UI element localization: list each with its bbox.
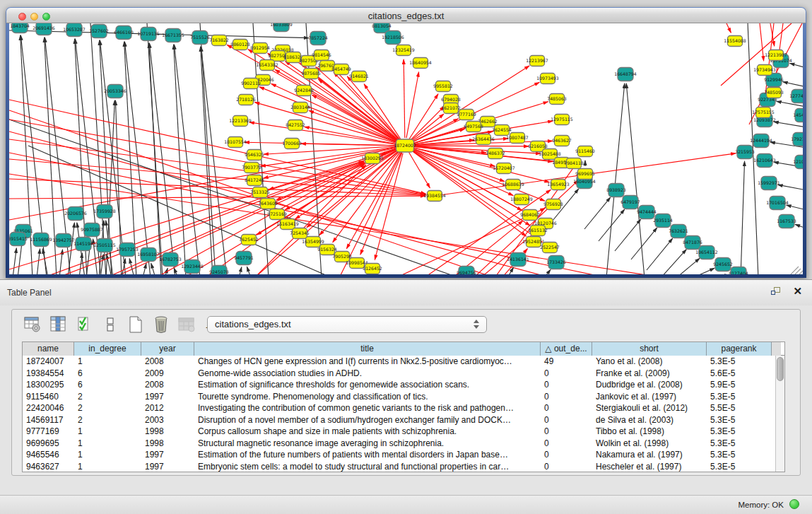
float-panel-icon[interactable] [771, 287, 782, 297]
table-row[interactable]: 1938455462009Genome-wide association stu… [23, 368, 775, 380]
network-canvas[interactable]: 1843704206914361065328715276026466160107… [9, 23, 803, 274]
graph-edge[interactable] [124, 42, 136, 274]
graph-edge[interactable] [37, 249, 40, 274]
graph-edge[interactable] [626, 83, 645, 274]
graph-edge[interactable] [790, 63, 803, 68]
table-cell[interactable]: 1 [74, 461, 141, 472]
table-cell[interactable]: de Silva et al. (2003) [592, 414, 707, 426]
delete-table-icon[interactable] [152, 315, 170, 334]
graph-edge[interactable] [174, 45, 186, 274]
table-vertical-scrollbar[interactable] [775, 356, 784, 472]
graph-edge[interactable] [741, 161, 745, 274]
table-cell[interactable]: 2008 [141, 379, 194, 391]
column-header-outde[interactable]: △ out_de... [541, 342, 592, 356]
table-cell[interactable]: Jankovic et al. (1997) [592, 391, 707, 403]
table-cell[interactable]: 49 [541, 356, 592, 368]
table-cell[interactable]: 1997 [141, 449, 194, 461]
table-cell[interactable]: Embryonic stem cells: a model to study s… [194, 461, 541, 472]
memory-ok-indicator[interactable] [789, 499, 799, 509]
close-panel-icon[interactable]: ✕ [793, 285, 802, 298]
table-cell[interactable]: Stergiakouli et al. (2012) [592, 402, 707, 414]
table-settings-icon[interactable] [23, 315, 42, 334]
graph-edge[interactable] [239, 267, 242, 274]
column-settings-icon[interactable] [49, 315, 67, 334]
table-cell[interactable]: Yano et al. (2008) [592, 356, 707, 368]
table-cell[interactable]: 19384554 [23, 368, 74, 380]
graph-edge[interactable] [615, 219, 641, 251]
table-cell[interactable]: Structural magnetic resonance image aver… [194, 438, 541, 450]
table-cell[interactable]: Tibbo et al. (1998) [592, 426, 707, 438]
table-panel-header[interactable]: Table Panel ✕ [0, 280, 812, 305]
table-row[interactable]: 1872400712008Changes of HCN gene express… [23, 356, 775, 368]
column-header-title[interactable]: title [194, 342, 541, 356]
graph-line[interactable] [184, 146, 405, 274]
graph-edge[interactable] [631, 228, 657, 259]
scrollbar-thumb[interactable] [777, 357, 784, 381]
graph-edge[interactable] [301, 144, 397, 146]
table-cell[interactable]: Franke et al. (2009) [592, 368, 707, 380]
table-cell[interactable]: 1 [74, 449, 141, 461]
table-cell[interactable]: Estimation of significance thresholds fo… [194, 379, 541, 391]
table-row[interactable]: 946362711997Embryonic stem cells: a mode… [23, 461, 775, 472]
graph-edge[interactable] [411, 114, 444, 141]
graph-edge[interactable] [413, 146, 529, 146]
graph-edge[interactable] [795, 224, 803, 228]
table-cell[interactable]: Changes of HCN gene expression and I(f) … [194, 356, 541, 368]
table-row[interactable]: 969969511998Structural magnetic resonanc… [23, 438, 775, 450]
graph-edge[interactable] [778, 185, 803, 190]
table-cell[interactable]: 5.3E-5 [707, 391, 772, 403]
graph-edge[interactable] [606, 83, 625, 274]
table-cell[interactable]: Corpus callosum shape and size in male p… [194, 426, 541, 438]
column-header-name[interactable]: name [23, 342, 74, 356]
graph-edge[interactable] [404, 59, 405, 138]
table-header-row[interactable]: namein_degreeyeartitle△ out_de...shortpa… [23, 342, 784, 356]
table-cell[interactable]: 0 [541, 414, 592, 426]
table-cell[interactable]: 2 [74, 414, 141, 426]
table-cell[interactable]: 1998 [141, 438, 194, 450]
graph-edge[interactable] [544, 269, 551, 274]
table-cell[interactable]: 18300295 [23, 379, 74, 391]
graph-edge[interactable] [201, 47, 213, 274]
table-cell[interactable]: Disruption of a novel member of a sodium… [194, 414, 541, 426]
table-cell[interactable]: 2 [74, 402, 141, 414]
table-cell[interactable]: Investigating the contribution of common… [194, 402, 541, 414]
table-row[interactable]: 1830029562008Estimation of significance … [23, 379, 775, 391]
new-table-icon[interactable] [126, 315, 145, 334]
table-cell[interactable]: 1 [74, 438, 141, 450]
table-cell[interactable]: 2009 [141, 368, 194, 380]
graph-edge[interactable] [599, 209, 625, 241]
table-cell[interactable]: 5.9E-5 [707, 379, 772, 391]
table-cell[interactable]: 1998 [141, 426, 194, 438]
table-cell[interactable]: 0 [541, 379, 592, 391]
table-cell[interactable]: 18724007 [23, 356, 74, 368]
table-cell[interactable]: 0 [541, 449, 592, 461]
network-view-window[interactable]: citations_edges.txt 18437042069143610653… [6, 7, 806, 278]
column-header-indegree[interactable]: in_degree [74, 342, 141, 356]
graph-edge[interactable] [375, 153, 403, 260]
graph-edge[interactable] [774, 122, 803, 127]
table-row[interactable]: 2242004622012Investigating the contribut… [23, 402, 775, 414]
table-row[interactable]: 946554611997Estimation of the future num… [23, 449, 775, 461]
table-cell[interactable]: 1997 [141, 391, 194, 403]
column-header-year[interactable]: year [141, 342, 194, 356]
graph-edge[interactable] [693, 268, 714, 274]
table-cell[interactable]: 22420046 [23, 402, 74, 414]
table-cell[interactable]: 5.3E-5 [707, 461, 772, 472]
column-header-short[interactable]: short [592, 342, 707, 356]
table-cell[interactable]: 9777169 [23, 426, 74, 438]
table-cell[interactable]: Hescheler et al. (1997) [592, 461, 707, 472]
graph-line[interactable] [790, 267, 799, 274]
table-selector-dropdown[interactable]: citations_edges.txt [207, 316, 487, 333]
table-cell[interactable]: 0 [541, 368, 592, 380]
table-cell[interactable]: 5.3E-5 [707, 426, 772, 438]
graph-edge[interactable] [42, 249, 48, 274]
column-header-pagerank[interactable]: pagerank [707, 342, 772, 356]
table-row[interactable]: 1456911722003Disruption of a novel membe… [23, 414, 775, 426]
table-cell[interactable]: 0 [541, 426, 592, 438]
table-cell[interactable]: 0 [541, 461, 592, 472]
table-body[interactable]: 1872400712008Changes of HCN gene express… [23, 356, 775, 472]
graph-edge[interactable] [174, 45, 200, 274]
graph-edge[interactable] [676, 258, 700, 274]
graph-edge[interactable] [760, 23, 764, 61]
graph-edge[interactable] [406, 72, 419, 138]
